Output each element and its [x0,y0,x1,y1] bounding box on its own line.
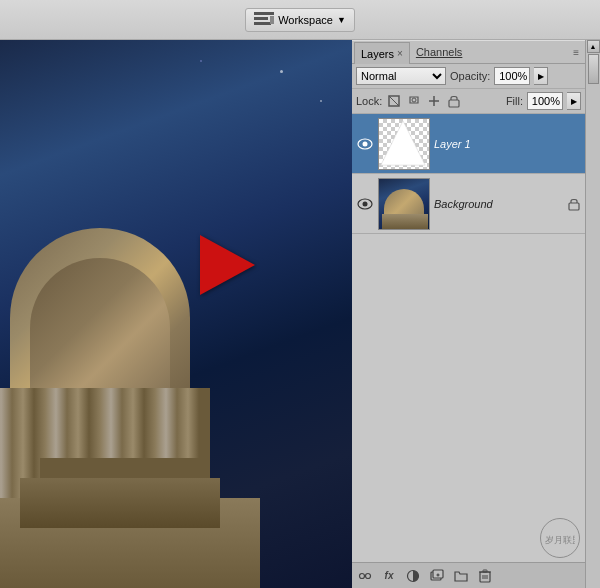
lock-row: Lock: [352,89,585,114]
lock-image-icon [408,95,420,107]
svg-point-14 [363,201,368,206]
link-layers-button[interactable] [356,567,374,585]
opacity-input[interactable] [494,67,530,85]
lock-position-icon [428,95,440,107]
opacity-label: Opacity: [450,70,490,82]
panel-footer: fx [352,562,585,588]
fx-label: fx [385,570,394,581]
layers-list: Layer 1 [352,114,585,562]
svg-rect-2 [254,22,271,25]
eye-icon [357,198,373,210]
workspace-icon [254,12,274,28]
svg-rect-26 [483,570,487,572]
fill-input[interactable] [527,92,563,110]
delete-layer-button[interactable] [476,567,494,585]
lock-all-button[interactable] [446,93,462,109]
layer-item-layer1[interactable]: Layer 1 [352,114,585,174]
lock-position-button[interactable] [426,93,442,109]
opacity-arrow-button[interactable]: ▶ [534,67,548,85]
panel-header: Layers × Channels ≡ [352,40,585,64]
eye-icon [357,138,373,150]
svg-point-16 [360,573,365,578]
red-arrow [200,235,255,295]
fill-arrow-icon: ▶ [571,97,577,106]
workspace-dropdown-icon: ▼ [337,15,346,25]
svg-point-6 [412,98,416,102]
svg-line-5 [389,96,399,106]
layer1-visibility-toggle[interactable] [356,135,374,153]
lock-transparent-icon [388,95,400,107]
top-bar: Workspace ▼ [0,0,600,40]
watermark: 岁月联盟 [540,518,580,558]
layer1-name: Layer 1 [434,138,581,150]
link-icon [358,569,372,583]
right-panel: Layers × Channels ≡ Normal Dissolve Mult… [352,40,600,588]
scroll-up-button[interactable]: ▲ [587,40,600,53]
new-layer-icon [430,569,444,583]
tab-layers[interactable]: Layers × [354,42,410,64]
opacity-arrow-icon: ▶ [538,72,544,81]
layers-panel: Layers × Channels ≡ Normal Dissolve Mult… [352,40,585,588]
lock-image-button[interactable] [406,93,422,109]
lock-icon [568,197,580,211]
svg-rect-3 [270,16,274,24]
effects-button[interactable]: fx [380,567,398,585]
building-thumb-body [382,214,428,229]
tab-channels-label: Channels [416,46,462,58]
main-content: Layers × Channels ≡ Normal Dissolve Mult… [0,40,600,588]
watermark-logo: 岁月联盟 [545,528,575,548]
far-right-scrollbar[interactable]: ▲ [585,40,600,588]
svg-rect-15 [569,203,579,210]
background-lock-icon [567,197,581,211]
scroll-thumb[interactable] [588,54,599,84]
lock-transparent-button[interactable] [386,93,402,109]
svg-point-17 [366,573,371,578]
svg-text:岁月联盟: 岁月联盟 [545,535,575,545]
canvas-area [0,40,352,588]
svg-rect-0 [254,12,274,15]
trash-icon [479,569,491,583]
blend-mode-row: Normal Dissolve Multiply Screen Overlay … [352,64,585,89]
layer1-thumbnail [378,118,430,170]
new-group-button[interactable] [452,567,470,585]
background-visibility-toggle[interactable] [356,195,374,213]
workspace-label: Workspace [278,14,333,26]
tab-layers-label: Layers [361,48,394,60]
workspace-button[interactable]: Workspace ▼ [245,8,355,32]
new-adjustment-button[interactable] [404,567,422,585]
building-thumb [379,179,429,229]
fill-label: Fill: [506,95,523,107]
lock-all-icon [448,94,460,108]
lock-label: Lock: [356,95,382,107]
folder-icon [454,569,468,583]
photo [0,40,352,588]
svg-rect-1 [254,17,268,20]
layers-empty-space [352,234,585,434]
svg-point-11 [363,141,368,146]
blend-mode-select[interactable]: Normal Dissolve Multiply Screen Overlay [356,67,446,85]
fill-arrow-button[interactable]: ▶ [567,92,581,110]
tab-layers-close[interactable]: × [397,48,403,59]
background-name: Background [434,198,563,210]
svg-marker-12 [381,120,425,164]
layer-item-background[interactable]: Background [352,174,585,234]
new-layer-button[interactable] [428,567,446,585]
tab-channels[interactable]: Channels [410,41,468,63]
circle-half-icon [406,569,420,583]
panel-menu-icon[interactable]: ≡ [569,47,583,58]
triangle-shape [379,119,427,167]
background-thumbnail [378,178,430,230]
svg-rect-9 [449,100,459,107]
